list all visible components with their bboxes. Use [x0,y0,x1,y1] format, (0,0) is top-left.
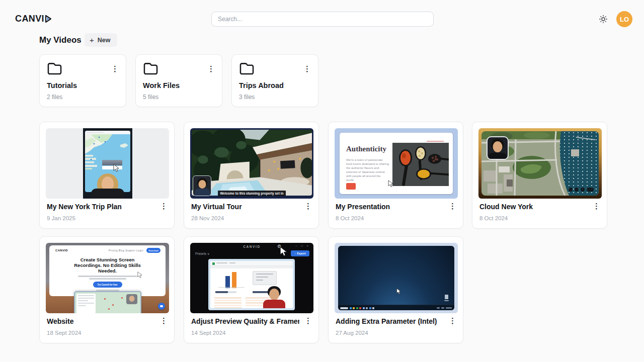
video-more-options-icon[interactable]: ⋮ [449,202,456,210]
video-more-options-icon[interactable]: ⋮ [593,202,600,210]
new-button[interactable]: + New [85,33,117,47]
settings-gear-icon: ⚙ [277,244,281,249]
logo-text: CANVI [15,14,44,24]
video-thumbnail[interactable]: CANVID Pricing Blog Support Login Downlo… [46,243,169,313]
video-title: Cloud New York [479,203,588,211]
presenter-webcam [487,136,509,160]
video-title: Adding Extra Parameter (Intel) [336,317,444,325]
search-input[interactable] [211,12,434,27]
video-date: 8 Oct 2024 [479,215,508,221]
theme-toggle-sun-icon[interactable] [599,15,607,23]
presenter-webcam [263,286,286,308]
map-controls [569,188,594,192]
video-caption: Welcome to this stunning property set in [218,191,286,196]
video-date: 27 Aug 2024 [336,330,368,336]
slide-title: Authenticity [346,145,386,153]
page-title: My Videos [39,35,82,45]
site-product-screenshot [74,291,141,313]
video-thumbnail[interactable]: CANVID ⚙ – □ × Presets ∨ ↑Export [190,243,313,313]
windows-desktop [338,246,454,310]
video-title: Adjust Preview Quality & Framerate [191,317,299,325]
app-root: CANVI LO My Videos + New ⋮ Tutorials 2 f… [0,0,644,362]
folder-icon [47,62,62,75]
folder-file-count: 2 files [47,94,62,101]
vertical-video-frame [83,128,132,199]
video-date: 8 Oct 2024 [336,215,364,221]
spreadsheet-preview [210,261,293,308]
folder-file-count: 3 files [239,94,255,101]
video-title: Website [47,317,155,325]
video-more-options-icon[interactable]: ⋮ [304,317,312,324]
video-date: 18 Sept 2024 [47,330,81,336]
video-title: My New York Trip Plan [47,203,155,211]
video-thumbnail[interactable] [335,243,458,313]
presentation-slide: Authenticity We're a team of passionate … [340,133,453,194]
folder-file-count: 5 files [143,94,158,101]
user-avatar[interactable]: LO [616,11,632,27]
folder-icon [239,62,255,75]
satellite-map [481,131,599,196]
map-popup [102,160,122,169]
folder-more-options-icon[interactable]: ⋮ [207,65,215,72]
presets-dropdown: Presets ∨ [195,252,210,256]
plus-icon: + [90,36,94,44]
spice-spoons-photo [392,143,449,186]
video-card-my-new-york-trip-plan[interactable]: My New York Trip Plan ⋮ 9 Jan 2025 [39,122,175,229]
new-button-label: New [98,37,111,44]
logo-play-icon [45,15,52,23]
video-more-options-icon[interactable]: ⋮ [304,202,312,210]
video-thumbnail[interactable]: Authenticity We're a team of passionate … [335,128,458,199]
site-logo: CANVID [55,249,68,252]
video-card-cloud-new-york[interactable]: Cloud New York ⋮ 8 Oct 2024 [472,122,607,229]
folder-icon [143,62,158,75]
folder-name: Tutorials [47,81,77,89]
video-more-options-icon[interactable]: ⋮ [160,317,168,324]
site-nav: Pricing Blog Support Login [109,249,143,252]
taskbar [338,305,454,310]
video-more-options-icon[interactable]: ⋮ [160,202,168,210]
video-card-website[interactable]: CANVID Pricing Blog Support Login Downlo… [39,236,175,343]
video-thumbnail[interactable] [478,128,602,199]
video-card-my-virtual-tour[interactable]: Welcome to this stunning property set in… [184,122,319,229]
video-title: My Virtual Tour [191,203,299,211]
video-card-adding-extra-parameter[interactable]: Adding Extra Parameter (Intel) ⋮ 27 Aug … [328,236,463,343]
video-date: 14 Sept 2024 [191,330,225,336]
site-cta-button: Try Canvid for free [93,282,122,288]
site-headline: Create Stunning Screen Recordings. No Ed… [69,257,146,274]
video-card-my-presentation[interactable]: Authenticity We're a team of passionate … [328,122,463,229]
folder-card-tutorials[interactable]: ⋮ Tutorials 2 files [39,54,126,107]
preview-canvas [208,259,295,310]
mouse-cursor [396,288,401,295]
site-download-button: Download [146,248,160,253]
folder-more-options-icon[interactable]: ⋮ [303,65,311,72]
slide-body: We're a team of passionate food lovers d… [346,158,389,182]
website-page: CANVID Pricing Blog Support Login Downlo… [49,245,166,296]
folder-more-options-icon[interactable]: ⋮ [111,65,119,72]
video-date: 9 Jan 2025 [47,215,75,221]
folder-card-work-files[interactable]: ⋮ Work Files 5 files [135,54,222,107]
folder-card-trips-abroad[interactable]: ⋮ Trips Abroad 3 files [231,54,318,107]
export-button: ↑Export [291,250,309,256]
recycle-bin-icon [445,295,448,299]
folder-name: Trips Abroad [239,81,284,89]
window-controls: – □ × [295,244,310,247]
video-date: 28 Nov 2024 [191,215,224,221]
folder-name: Work Files [143,81,180,89]
video-title: My Presentation [336,203,444,211]
video-thumbnail[interactable] [46,128,169,199]
chat-bubble-icon [158,303,165,310]
webcam-in-screenshot [126,294,137,304]
video-thumbnail[interactable]: Welcome to this stunning property set in [190,128,313,199]
video-more-options-icon[interactable]: ⋮ [449,317,456,324]
video-card-adjust-preview-quality[interactable]: CANVID ⚙ – □ × Presets ∨ ↑Export [184,236,319,343]
presenter-webcam [193,175,211,196]
canvid-logo[interactable]: CANVI [15,14,52,24]
